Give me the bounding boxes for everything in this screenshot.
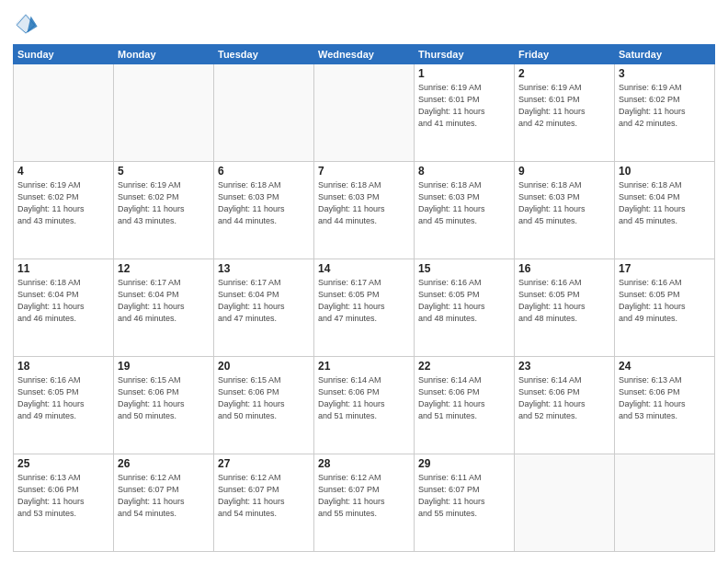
- calendar-cell: 2Sunrise: 6:19 AM Sunset: 6:01 PM Daylig…: [515, 64, 615, 162]
- day-info: Sunrise: 6:12 AM Sunset: 6:07 PM Dayligh…: [118, 472, 210, 520]
- calendar-cell: 29Sunrise: 6:11 AM Sunset: 6:07 PM Dayli…: [415, 454, 515, 552]
- calendar-cell: 17Sunrise: 6:16 AM Sunset: 6:05 PM Dayli…: [615, 259, 715, 357]
- calendar-cell: [615, 454, 715, 552]
- day-info: Sunrise: 6:17 AM Sunset: 6:04 PM Dayligh…: [218, 277, 310, 325]
- calendar-cell: [515, 454, 615, 552]
- day-info: Sunrise: 6:18 AM Sunset: 6:03 PM Dayligh…: [418, 179, 510, 227]
- day-info: Sunrise: 6:19 AM Sunset: 6:01 PM Dayligh…: [418, 82, 510, 130]
- calendar-header-sunday: Sunday: [14, 45, 114, 64]
- day-info: Sunrise: 6:19 AM Sunset: 6:02 PM Dayligh…: [619, 82, 711, 130]
- day-info: Sunrise: 6:12 AM Sunset: 6:07 PM Dayligh…: [318, 472, 410, 520]
- calendar-cell: 6Sunrise: 6:18 AM Sunset: 6:03 PM Daylig…: [214, 162, 314, 259]
- logo: [13, 11, 42, 37]
- day-number: 21: [318, 360, 410, 373]
- calendar: SundayMondayTuesdayWednesdayThursdayFrid…: [13, 44, 715, 552]
- day-info: Sunrise: 6:16 AM Sunset: 6:05 PM Dayligh…: [619, 277, 711, 325]
- calendar-cell: 12Sunrise: 6:17 AM Sunset: 6:04 PM Dayli…: [114, 259, 214, 357]
- day-number: 10: [619, 165, 711, 178]
- calendar-cell: 22Sunrise: 6:14 AM Sunset: 6:06 PM Dayli…: [415, 357, 515, 454]
- calendar-cell: 10Sunrise: 6:18 AM Sunset: 6:04 PM Dayli…: [615, 162, 715, 259]
- day-number: 15: [418, 262, 510, 275]
- calendar-header-thursday: Thursday: [415, 45, 515, 64]
- day-info: Sunrise: 6:18 AM Sunset: 6:04 PM Dayligh…: [17, 277, 109, 325]
- day-number: 1: [418, 67, 510, 80]
- day-info: Sunrise: 6:14 AM Sunset: 6:06 PM Dayligh…: [518, 374, 610, 422]
- calendar-cell: 13Sunrise: 6:17 AM Sunset: 6:04 PM Dayli…: [214, 259, 314, 357]
- calendar-cell: 21Sunrise: 6:14 AM Sunset: 6:06 PM Dayli…: [314, 357, 415, 454]
- day-info: Sunrise: 6:12 AM Sunset: 6:07 PM Dayligh…: [218, 472, 310, 520]
- calendar-header-tuesday: Tuesday: [214, 45, 314, 64]
- calendar-cell: [214, 64, 314, 162]
- calendar-cell: 19Sunrise: 6:15 AM Sunset: 6:06 PM Dayli…: [114, 357, 214, 454]
- calendar-week-4: 25Sunrise: 6:13 AM Sunset: 6:06 PM Dayli…: [14, 454, 715, 552]
- calendar-cell: 28Sunrise: 6:12 AM Sunset: 6:07 PM Dayli…: [314, 454, 415, 552]
- calendar-header-monday: Monday: [114, 45, 214, 64]
- day-number: 14: [318, 262, 410, 275]
- day-number: 22: [418, 360, 510, 373]
- calendar-cell: 8Sunrise: 6:18 AM Sunset: 6:03 PM Daylig…: [415, 162, 515, 259]
- day-info: Sunrise: 6:19 AM Sunset: 6:01 PM Dayligh…: [518, 82, 610, 130]
- calendar-cell: 24Sunrise: 6:13 AM Sunset: 6:06 PM Dayli…: [615, 357, 715, 454]
- day-info: Sunrise: 6:18 AM Sunset: 6:03 PM Dayligh…: [218, 179, 310, 227]
- calendar-header-wednesday: Wednesday: [314, 45, 415, 64]
- day-info: Sunrise: 6:13 AM Sunset: 6:06 PM Dayligh…: [619, 374, 711, 422]
- day-number: 4: [17, 165, 109, 178]
- day-number: 13: [218, 262, 310, 275]
- day-number: 20: [218, 360, 310, 373]
- day-info: Sunrise: 6:15 AM Sunset: 6:06 PM Dayligh…: [218, 374, 310, 422]
- day-number: 25: [17, 457, 109, 470]
- calendar-cell: 25Sunrise: 6:13 AM Sunset: 6:06 PM Dayli…: [14, 454, 114, 552]
- calendar-cell: 26Sunrise: 6:12 AM Sunset: 6:07 PM Dayli…: [114, 454, 214, 552]
- day-number: 19: [118, 360, 210, 373]
- header: [13, 11, 715, 37]
- calendar-cell: [314, 64, 415, 162]
- calendar-header-saturday: Saturday: [615, 45, 715, 64]
- day-info: Sunrise: 6:17 AM Sunset: 6:04 PM Dayligh…: [118, 277, 210, 325]
- day-number: 2: [518, 67, 610, 80]
- day-info: Sunrise: 6:17 AM Sunset: 6:05 PM Dayligh…: [318, 277, 410, 325]
- day-number: 9: [518, 165, 610, 178]
- calendar-week-1: 4Sunrise: 6:19 AM Sunset: 6:02 PM Daylig…: [14, 162, 715, 259]
- calendar-week-0: 1Sunrise: 6:19 AM Sunset: 6:01 PM Daylig…: [14, 64, 715, 162]
- day-info: Sunrise: 6:19 AM Sunset: 6:02 PM Dayligh…: [17, 179, 109, 227]
- day-info: Sunrise: 6:18 AM Sunset: 6:04 PM Dayligh…: [619, 179, 711, 227]
- day-number: 11: [17, 262, 109, 275]
- day-number: 12: [118, 262, 210, 275]
- calendar-cell: 27Sunrise: 6:12 AM Sunset: 6:07 PM Dayli…: [214, 454, 314, 552]
- day-info: Sunrise: 6:16 AM Sunset: 6:05 PM Dayligh…: [17, 374, 109, 422]
- day-number: 18: [17, 360, 109, 373]
- calendar-cell: 9Sunrise: 6:18 AM Sunset: 6:03 PM Daylig…: [515, 162, 615, 259]
- calendar-header-row: SundayMondayTuesdayWednesdayThursdayFrid…: [14, 45, 715, 64]
- day-number: 23: [518, 360, 610, 373]
- calendar-cell: 23Sunrise: 6:14 AM Sunset: 6:06 PM Dayli…: [515, 357, 615, 454]
- day-info: Sunrise: 6:11 AM Sunset: 6:07 PM Dayligh…: [418, 472, 510, 520]
- calendar-cell: 18Sunrise: 6:16 AM Sunset: 6:05 PM Dayli…: [14, 357, 114, 454]
- day-number: 3: [619, 67, 711, 80]
- day-info: Sunrise: 6:19 AM Sunset: 6:02 PM Dayligh…: [118, 179, 210, 227]
- calendar-cell: [114, 64, 214, 162]
- calendar-header-friday: Friday: [515, 45, 615, 64]
- calendar-cell: 1Sunrise: 6:19 AM Sunset: 6:01 PM Daylig…: [415, 64, 515, 162]
- day-info: Sunrise: 6:13 AM Sunset: 6:06 PM Dayligh…: [17, 472, 109, 520]
- calendar-cell: 4Sunrise: 6:19 AM Sunset: 6:02 PM Daylig…: [14, 162, 114, 259]
- day-number: 8: [418, 165, 510, 178]
- day-number: 26: [118, 457, 210, 470]
- page: SundayMondayTuesdayWednesdayThursdayFrid…: [0, 0, 728, 563]
- day-info: Sunrise: 6:15 AM Sunset: 6:06 PM Dayligh…: [118, 374, 210, 422]
- calendar-week-2: 11Sunrise: 6:18 AM Sunset: 6:04 PM Dayli…: [14, 259, 715, 357]
- calendar-cell: 5Sunrise: 6:19 AM Sunset: 6:02 PM Daylig…: [114, 162, 214, 259]
- calendar-cell: 11Sunrise: 6:18 AM Sunset: 6:04 PM Dayli…: [14, 259, 114, 357]
- day-info: Sunrise: 6:16 AM Sunset: 6:05 PM Dayligh…: [518, 277, 610, 325]
- day-info: Sunrise: 6:14 AM Sunset: 6:06 PM Dayligh…: [318, 374, 410, 422]
- day-number: 29: [418, 457, 510, 470]
- day-info: Sunrise: 6:18 AM Sunset: 6:03 PM Dayligh…: [318, 179, 410, 227]
- day-number: 28: [318, 457, 410, 470]
- day-info: Sunrise: 6:16 AM Sunset: 6:05 PM Dayligh…: [418, 277, 510, 325]
- calendar-cell: 16Sunrise: 6:16 AM Sunset: 6:05 PM Dayli…: [515, 259, 615, 357]
- calendar-week-3: 18Sunrise: 6:16 AM Sunset: 6:05 PM Dayli…: [14, 357, 715, 454]
- day-number: 24: [619, 360, 711, 373]
- day-info: Sunrise: 6:14 AM Sunset: 6:06 PM Dayligh…: [418, 374, 510, 422]
- day-info: Sunrise: 6:18 AM Sunset: 6:03 PM Dayligh…: [518, 179, 610, 227]
- calendar-cell: 14Sunrise: 6:17 AM Sunset: 6:05 PM Dayli…: [314, 259, 415, 357]
- day-number: 17: [619, 262, 711, 275]
